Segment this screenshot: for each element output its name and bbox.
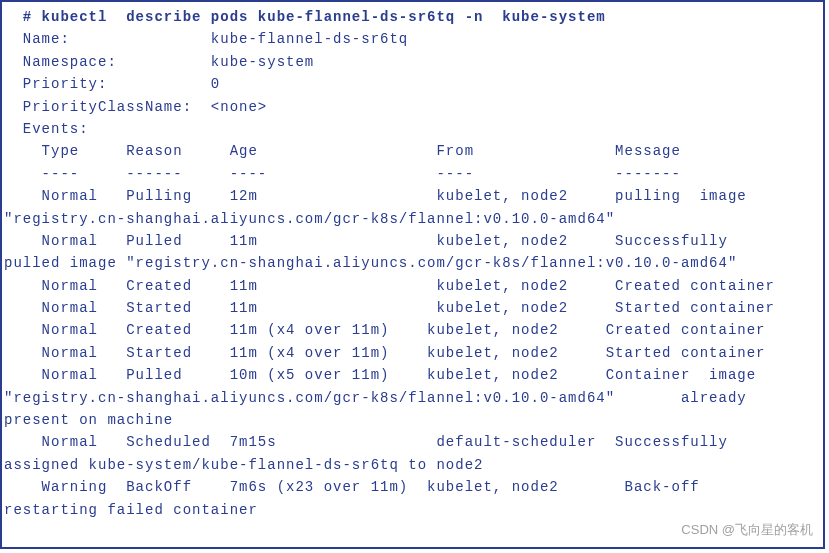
- priority-value: 0: [211, 76, 220, 92]
- events-body: Normal Pulling 12m kubelet, node2 pullin…: [4, 188, 775, 517]
- priority-label: Priority:: [4, 76, 211, 92]
- name-label: Name:: [4, 31, 211, 47]
- namespace-label: Namespace:: [4, 54, 211, 70]
- events-divider: ---- ------ ---- ---- -------: [4, 166, 681, 182]
- priorityclass-value: <none>: [211, 99, 267, 115]
- namespace-value: kube-system: [211, 54, 314, 70]
- terminal-output: # kubectl describe pods kube-flannel-ds-…: [0, 0, 825, 549]
- watermark: CSDN @飞向星的客机: [681, 520, 813, 541]
- events-header: Type Reason Age From Message: [4, 143, 681, 159]
- events-label: Events:: [4, 121, 89, 137]
- command-line: # kubectl describe pods kube-flannel-ds-…: [4, 9, 606, 25]
- name-value: kube-flannel-ds-sr6tq: [211, 31, 408, 47]
- priorityclass-label: PriorityClassName:: [4, 99, 211, 115]
